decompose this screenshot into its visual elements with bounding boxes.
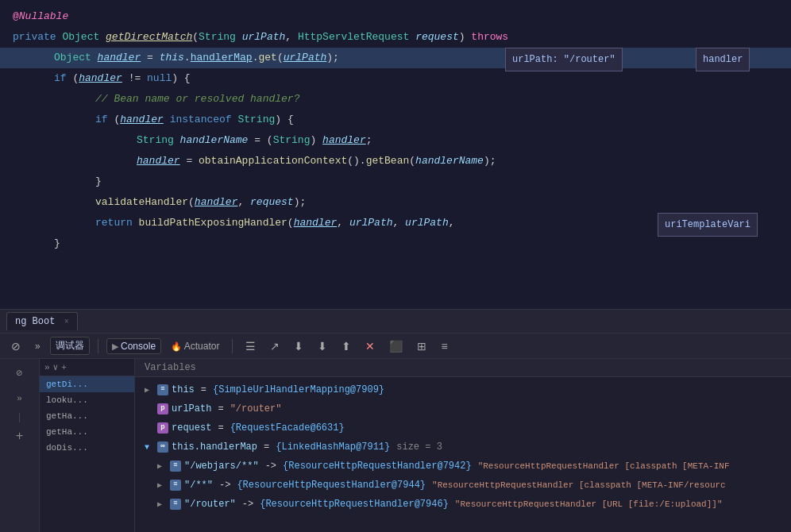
debug-stack-header: » ∨ + bbox=[40, 359, 134, 376]
console-button[interactable]: ▶ Console bbox=[106, 338, 161, 354]
stack-item-getdi[interactable]: getDi... bbox=[40, 376, 134, 392]
debug-toolbar: ⊘ » 调试器 ▶ Console 🔥 Actuator ☰ ↗ ⬇ ⬇ ⬆ ✕… bbox=[0, 333, 791, 359]
var-icon-request: p bbox=[157, 422, 168, 434]
tab-close-icon[interactable]: × bbox=[64, 318, 69, 326]
toolbar-icon-step-up[interactable]: ⬆ bbox=[337, 338, 356, 354]
variables-header: Variables bbox=[135, 359, 791, 377]
debug-tab-bar: ng Boot × bbox=[0, 310, 791, 333]
stack-down-icon: ∨ bbox=[53, 362, 59, 372]
var-icon-urlpath: p bbox=[157, 403, 168, 414]
debug-variables-panel: Variables ▶ ≡ this = {SimpleUrlHandlerMa… bbox=[135, 359, 791, 532]
code-line-6: if ( handler instanceof String ) { bbox=[0, 110, 791, 130]
debug-tooltip-handler: handler bbox=[696, 48, 750, 71]
var-expand-webjars: ▶ bbox=[157, 461, 167, 472]
var-expand-this: ▶ bbox=[145, 384, 154, 396]
expand-left-button[interactable]: » bbox=[30, 339, 45, 353]
stack-item-looku[interactable]: looku... bbox=[40, 392, 134, 408]
toolbar-icon-menu[interactable]: ☰ bbox=[241, 338, 260, 354]
stack-item-dodis[interactable]: doDis... bbox=[40, 440, 134, 456]
code-line-11: return buildPathExposingHandler ( handle… bbox=[0, 213, 791, 233]
code-line-3: Object handler = this . handlerMap . get… bbox=[0, 48, 791, 68]
var-icon-handlermap: ∞ bbox=[157, 441, 168, 453]
code-line-5: // Bean name or resolved handler? bbox=[0, 89, 791, 110]
filter-button[interactable]: ⊘ bbox=[6, 338, 25, 354]
var-item-this[interactable]: ▶ ≡ this = {SimpleUrlHandlerMapping@7909… bbox=[135, 380, 791, 399]
debug-tab-ng-boot[interactable]: ng Boot × bbox=[6, 312, 78, 330]
var-item-all[interactable]: ▶ ≡ "/**" -> {ResourceHttpRequestHandler… bbox=[135, 476, 791, 495]
actuator-button[interactable]: 🔥 Actuator bbox=[166, 339, 224, 353]
toolbar-icon-record[interactable]: ⬛ bbox=[384, 338, 407, 354]
sidebar-icon-expand[interactable]: » bbox=[7, 387, 33, 410]
var-item-request[interactable]: p request = {RequestFacade@6631} bbox=[135, 418, 791, 438]
var-icon-router: ≡ bbox=[170, 499, 181, 510]
toolbar-icon-lines[interactable]: ≡ bbox=[436, 338, 452, 354]
sidebar-icon-filter[interactable]: ⊘ bbox=[7, 362, 33, 384]
code-editor: @Nullable private Object getDirectMatch … bbox=[0, 0, 791, 310]
var-icon-this: ≡ bbox=[157, 384, 168, 395]
var-expand-router: ▶ bbox=[157, 499, 167, 511]
toolbar-icon-stop[interactable]: ✕ bbox=[361, 338, 380, 354]
toolbar-icon-grid[interactable]: ⊞ bbox=[412, 338, 431, 354]
var-item-router[interactable]: ▶ ≡ "/router" -> {ResourceHttpRequestHan… bbox=[135, 495, 791, 514]
debug-stack-panel: » ∨ + getDi... looku... getHa... getHa..… bbox=[40, 359, 135, 532]
debug-tooltip-uri: uriTemplateVari bbox=[658, 213, 758, 237]
annotation: @Nullable bbox=[13, 6, 68, 27]
debug-tooltip-urlpath: urlPath: "/router" bbox=[505, 48, 623, 71]
toolbar-icon-step-into[interactable]: ⬇ bbox=[289, 338, 308, 354]
var-icon-webjars: ≡ bbox=[170, 461, 181, 472]
debug-body: ⊘ » + » ∨ + getDi... looku... getHa... g… bbox=[0, 359, 791, 532]
var-expand-handlermap: ▼ bbox=[145, 441, 154, 453]
var-expand-all: ▶ bbox=[157, 480, 167, 492]
code-line-2: private Object getDirectMatch ( String u… bbox=[0, 27, 791, 48]
code-line-4: if ( handler != null ) { bbox=[0, 68, 791, 89]
var-item-urlpath[interactable]: p urlPath = "/router" bbox=[135, 399, 791, 418]
code-line-9: } bbox=[0, 172, 791, 192]
variables-list: ▶ ≡ this = {SimpleUrlHandlerMapping@7909… bbox=[135, 377, 791, 532]
stack-arrow-icon: » bbox=[44, 363, 50, 372]
debugger-tab-button[interactable]: 调试器 bbox=[50, 337, 90, 355]
code-line-1: @Nullable bbox=[0, 6, 791, 27]
var-icon-all: ≡ bbox=[170, 480, 181, 491]
var-item-webjars[interactable]: ▶ ≡ "/webjars/**" -> {ResourceHttpReques… bbox=[135, 457, 791, 476]
throws-keyword: throws bbox=[471, 27, 508, 48]
var-item-handlermap[interactable]: ▼ ∞ this.handlerMap = {LinkedHashMap@791… bbox=[135, 438, 791, 457]
toolbar-icon-step-out[interactable]: ⬇ bbox=[313, 338, 332, 354]
debug-panel: ng Boot × ⊘ » 调试器 ▶ Console 🔥 Actuator ☰… bbox=[0, 310, 791, 532]
debug-stack-items: getDi... looku... getHa... getHa... doDi… bbox=[40, 376, 134, 532]
sidebar-icon-add[interactable]: + bbox=[7, 426, 33, 448]
debug-sidebar: ⊘ » + bbox=[0, 359, 40, 532]
stack-add-icon[interactable]: + bbox=[61, 363, 67, 372]
code-content: @Nullable private Object getDirectMatch … bbox=[0, 0, 791, 260]
stack-item-getha-2[interactable]: getHa... bbox=[40, 424, 134, 440]
code-line-10: validateHandler ( handler , request ); bbox=[0, 192, 791, 213]
toolbar-icon-step-over[interactable]: ↗ bbox=[265, 338, 284, 354]
code-line-8: handler = obtainApplicationContext (). g… bbox=[0, 151, 791, 172]
code-line-7: String handlerName = ( String ) handler … bbox=[0, 130, 791, 151]
stack-item-getha-1[interactable]: getHa... bbox=[40, 408, 134, 424]
